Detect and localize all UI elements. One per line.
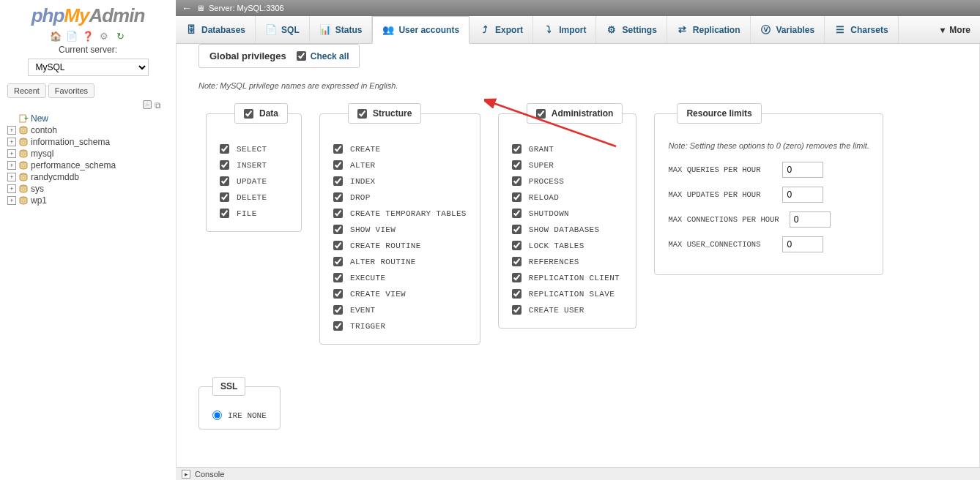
privilege-checkbox[interactable] <box>512 209 521 218</box>
privilege-item[interactable]: CREATE <box>333 144 467 154</box>
resource-limit-input[interactable] <box>790 211 831 228</box>
privilege-checkbox[interactable] <box>512 225 521 234</box>
tree-db-item[interactable]: +information_schema <box>7 136 168 148</box>
privilege-checkbox[interactable] <box>512 144 521 154</box>
privilege-item[interactable]: LOCK TABLES <box>512 241 623 250</box>
link-icon[interactable]: ⧉ <box>155 100 161 110</box>
privilege-checkbox[interactable] <box>333 305 343 315</box>
nav-sql[interactable]: 📄SQL <box>256 16 310 43</box>
privilege-item[interactable]: SELECT <box>220 144 288 154</box>
privilege-checkbox[interactable] <box>333 273 343 282</box>
tree-db-item[interactable]: +performance_schema <box>7 160 168 171</box>
privilege-checkbox[interactable] <box>333 144 343 154</box>
privilege-item[interactable]: SUPER <box>512 160 623 170</box>
privilege-checkbox[interactable] <box>220 160 229 170</box>
privilege-item[interactable]: TRIGGER <box>333 321 467 331</box>
privilege-item[interactable]: REPLICATION SLAVE <box>512 289 623 299</box>
tree-db-item[interactable]: +randycmddb <box>7 171 168 183</box>
privilege-item[interactable]: UPDATE <box>220 176 288 186</box>
docs-icon[interactable]: ❓ <box>82 30 94 42</box>
priv-admin-checkall[interactable] <box>536 109 546 119</box>
nav-settings[interactable]: ⚙Settings <box>596 16 667 43</box>
collapse-all-icon[interactable]: − <box>143 100 152 109</box>
privilege-item[interactable]: CREATE TEMPORARY TABLES <box>333 209 467 218</box>
privilege-checkbox[interactable] <box>333 321 343 331</box>
privilege-checkbox[interactable] <box>220 192 229 202</box>
privilege-item[interactable]: DROP <box>333 192 467 202</box>
privilege-item[interactable]: RELOAD <box>512 192 623 202</box>
resource-limit-input[interactable] <box>782 187 823 203</box>
privilege-checkbox[interactable] <box>333 289 343 299</box>
privilege-item[interactable]: REPLICATION CLIENT <box>512 273 623 282</box>
console-expand-icon[interactable]: ▸ <box>182 470 190 479</box>
privilege-checkbox[interactable] <box>333 225 343 234</box>
privilege-checkbox[interactable] <box>512 176 521 186</box>
expand-icon[interactable]: + <box>7 196 16 205</box>
tree-db-item[interactable]: +contoh <box>7 124 168 136</box>
ssl-require-none-radio[interactable] <box>212 410 222 420</box>
server-select[interactable]: MySQL <box>28 59 149 76</box>
privilege-checkbox[interactable] <box>512 192 521 202</box>
tree-db-item[interactable]: +mysql <box>7 148 168 160</box>
privilege-item[interactable]: PROCESS <box>512 176 623 186</box>
privilege-checkbox[interactable] <box>512 289 521 299</box>
priv-group-admin-legend[interactable]: Administration <box>527 103 623 124</box>
privilege-item[interactable]: SHUTDOWN <box>512 209 623 218</box>
nav-databases[interactable]: 🗄Databases <box>176 16 256 43</box>
expand-icon[interactable]: + <box>7 149 16 158</box>
tab-recent[interactable]: Recent <box>7 83 46 98</box>
privilege-checkbox[interactable] <box>512 305 521 315</box>
privilege-item[interactable]: INDEX <box>333 176 467 186</box>
logout-icon[interactable]: 📄 <box>66 30 78 42</box>
expand-icon[interactable]: + <box>7 138 16 146</box>
priv-group-data-legend[interactable]: Data <box>234 103 288 124</box>
privilege-item[interactable]: ALTER <box>333 160 467 170</box>
priv-data-checkall[interactable] <box>244 109 253 119</box>
nav-user-accounts[interactable]: 👥User accounts <box>372 16 469 44</box>
reload-icon[interactable]: ↻ <box>114 30 126 42</box>
privilege-checkbox[interactable] <box>333 160 343 170</box>
nav-export[interactable]: ⤴Export <box>469 16 533 43</box>
privilege-item[interactable]: REFERENCES <box>512 257 623 266</box>
settings-gear-icon[interactable]: ⚙ <box>98 30 110 42</box>
privilege-checkbox[interactable] <box>333 176 343 186</box>
privilege-item[interactable]: CREATE VIEW <box>333 289 467 299</box>
privilege-checkbox[interactable] <box>333 257 343 266</box>
privilege-checkbox[interactable] <box>512 160 521 170</box>
privilege-item[interactable]: CREATE ROUTINE <box>333 241 467 250</box>
tab-favorites[interactable]: Favorites <box>48 83 94 98</box>
nav-status[interactable]: 📊Status <box>310 16 373 43</box>
nav-more[interactable]: ▾More <box>931 16 980 43</box>
privilege-item[interactable]: EVENT <box>333 305 467 315</box>
nav-variables[interactable]: ⓥVariables <box>751 16 825 43</box>
tree-new[interactable]: + New <box>7 113 168 124</box>
privilege-checkbox[interactable] <box>512 241 521 250</box>
home-icon[interactable]: 🏠 <box>50 30 62 42</box>
privilege-item[interactable]: SHOW VIEW <box>333 225 467 234</box>
privilege-item[interactable]: SHOW DATABASES <box>512 225 623 234</box>
tree-db-item[interactable]: +sys <box>7 183 168 195</box>
check-all-checkbox[interactable] <box>297 51 306 61</box>
console-label[interactable]: Console <box>195 470 224 479</box>
nav-replication[interactable]: ⇄Replication <box>667 16 751 43</box>
privilege-checkbox[interactable] <box>512 273 521 282</box>
privilege-checkbox[interactable] <box>333 209 343 218</box>
tree-db-item[interactable]: +wp1 <box>7 195 168 206</box>
expand-icon[interactable]: + <box>7 161 16 170</box>
privilege-item[interactable]: CREATE USER <box>512 305 623 315</box>
privilege-checkbox[interactable] <box>333 241 343 250</box>
privilege-checkbox[interactable] <box>220 176 229 186</box>
privilege-item[interactable]: DELETE <box>220 192 288 202</box>
expand-icon[interactable]: + <box>7 184 16 193</box>
ssl-require-none[interactable]: IRE NONE <box>212 410 267 420</box>
privilege-checkbox[interactable] <box>220 144 229 154</box>
privilege-item[interactable]: GRANT <box>512 144 623 154</box>
resource-limit-input[interactable] <box>782 162 823 178</box>
privilege-item[interactable]: FILE <box>220 209 288 218</box>
nav-import[interactable]: ⤵Import <box>533 16 596 43</box>
nav-back-icon[interactable]: ← <box>182 2 192 14</box>
resource-limit-input[interactable] <box>782 236 823 252</box>
privilege-item[interactable]: EXECUTE <box>333 273 467 282</box>
priv-structure-checkall[interactable] <box>357 109 367 119</box>
privilege-checkbox[interactable] <box>220 209 229 218</box>
